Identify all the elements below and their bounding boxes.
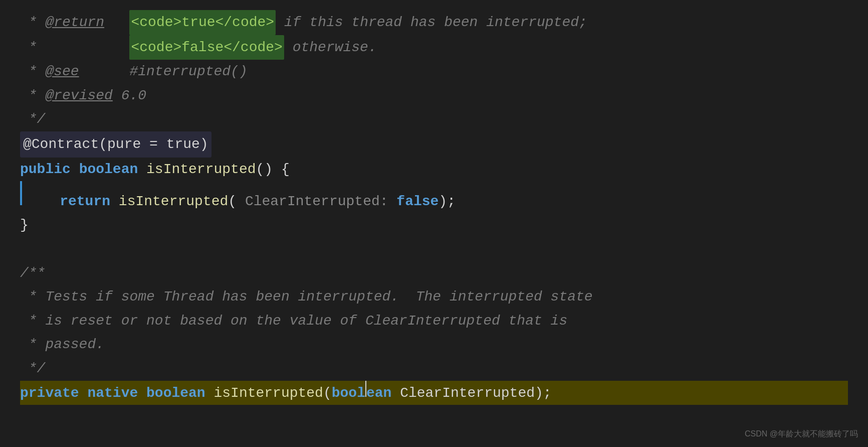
code-line-14: * passed. (20, 333, 848, 357)
code-line-15: */ (20, 357, 848, 381)
code-view: * @return <code>true</code> if this thre… (0, 0, 868, 447)
code-line-8: return isInterrupted( ClearInterrupted: … (20, 181, 848, 213)
code-line-4: * @revised 6.0 (20, 84, 848, 108)
code-line-13: * is reset or not based on the value of … (20, 309, 848, 333)
watermark: CSDN @年龄大就不能搬砖了吗 (745, 429, 858, 439)
code-line-9: } (20, 213, 848, 237)
code-line-5: */ (20, 107, 848, 131)
code-line-16: private native boolean isInterrupted(boo… (20, 381, 848, 405)
code-line-10 (20, 237, 848, 261)
left-border-indicator (20, 181, 22, 205)
code-line-3: * @see #interrupted() (20, 60, 848, 84)
comment-text-1: * (20, 11, 45, 35)
code-line-11: /** (20, 261, 848, 285)
code-line-6: @Contract(pure = true) (20, 131, 848, 158)
code-line-12: * Tests if some Thread has been interrup… (20, 285, 848, 309)
code-line-1: * @return <code>true</code> if this thre… (20, 10, 848, 35)
code-line-7: public boolean isInterrupted() { (20, 158, 848, 182)
code-line-2: * <code>false</code> otherwise. (20, 35, 848, 60)
